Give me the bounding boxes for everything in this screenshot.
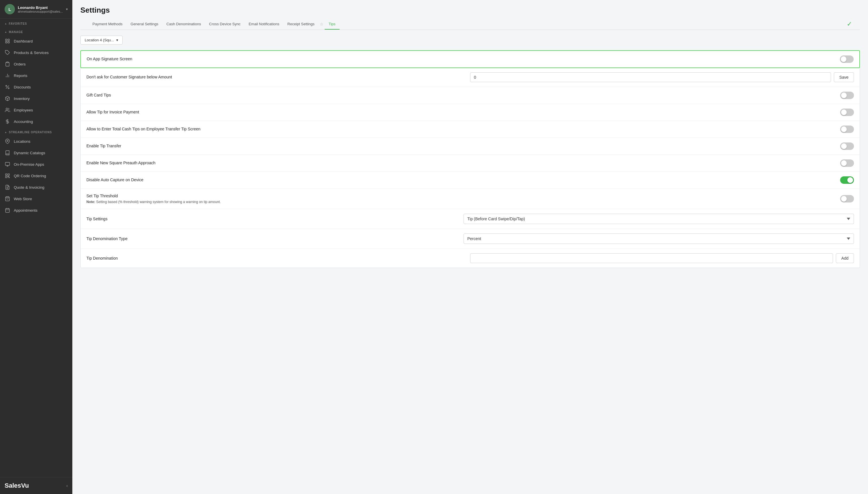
- sidebar-item-accounting[interactable]: Accounting: [0, 116, 72, 127]
- setting-label: Allow to Enter Total Cash Tips on Employ…: [86, 126, 840, 132]
- setting-signature-below-amount: Don't ask for Customer Signature below A…: [81, 68, 860, 87]
- setting-disable-auto-capture: Disable Auto Capture on Device: [81, 172, 860, 189]
- svg-rect-16: [5, 162, 10, 166]
- signature-amount-input[interactable]: [470, 72, 831, 82]
- file-text-icon: [5, 184, 10, 190]
- sidebar-item-inventory[interactable]: Inventory: [0, 93, 72, 104]
- sidebar-item-orders[interactable]: Orders: [0, 58, 72, 70]
- svg-line-9: [6, 86, 9, 89]
- sidebar-item-label: Products & Services: [14, 51, 49, 55]
- toggle-slider: [840, 109, 854, 116]
- tip-denomination-row: Add: [470, 253, 854, 263]
- sidebar-item-locations[interactable]: Locations: [0, 136, 72, 147]
- sidebar: L Leonardo Bryant ahmetsalesvusuppport@s…: [0, 0, 72, 494]
- qr-icon: [5, 173, 10, 179]
- star-icon[interactable]: ☆: [319, 19, 324, 29]
- sidebar-item-discounts[interactable]: Discounts: [0, 81, 72, 93]
- setting-tip-denomination: Tip Denomination Add: [81, 249, 860, 268]
- sidebar-item-qr-code-ordering[interactable]: QR Code Ordering: [0, 170, 72, 182]
- tip-denomination-input[interactable]: [470, 253, 833, 263]
- toggle-slider: [840, 55, 854, 63]
- avatar: L: [5, 4, 15, 14]
- sidebar-item-label: On-Premise Apps: [14, 162, 44, 167]
- tab-cash-denominations[interactable]: Cash Denominations: [162, 19, 205, 30]
- dollar-icon: [5, 119, 10, 125]
- svg-rect-21: [5, 176, 7, 178]
- setting-label: Disable Auto Capture on Device: [86, 177, 840, 183]
- set-tip-threshold-toggle[interactable]: [840, 195, 854, 203]
- tab-tips[interactable]: Tips: [324, 19, 339, 30]
- setting-tip-settings: Tip Settings Tip (Before Card Swipe/Dip/…: [81, 209, 860, 229]
- tip-settings-select[interactable]: Tip (Before Card Swipe/Dip/Tap) Tip (Aft…: [463, 214, 854, 224]
- svg-rect-19: [5, 174, 7, 175]
- toggle-slider: [840, 195, 854, 203]
- toggle-slider: [840, 92, 854, 99]
- sidebar-item-on-premise-apps[interactable]: On-Premise Apps: [0, 158, 72, 170]
- tab-general-settings[interactable]: General Settings: [126, 19, 162, 30]
- tab-email-notifications[interactable]: Email Notifications: [244, 19, 283, 30]
- tab-receipt-settings[interactable]: Receipt Settings: [283, 19, 319, 30]
- page-title: Settings: [80, 6, 860, 15]
- sidebar-item-appointments[interactable]: Appointments: [0, 205, 72, 216]
- sidebar-footer: SalesVu ‹: [0, 477, 72, 494]
- enable-tip-transfer-toggle[interactable]: [840, 142, 854, 150]
- disable-auto-capture-toggle[interactable]: [840, 176, 854, 184]
- setting-tip-denomination-type: Tip Denomination Type Percent Fixed Amou…: [81, 229, 860, 249]
- shopping-bag-icon: [5, 196, 10, 202]
- bar-chart-icon: [5, 73, 10, 78]
- sidebar-item-label: Appointments: [14, 208, 38, 212]
- sidebar-item-label: Dashboard: [14, 39, 33, 43]
- on-app-signature-toggle[interactable]: [840, 55, 854, 63]
- user-info: Leonardo Bryant ahmetsalesvusuppport@sal…: [18, 5, 63, 13]
- tip-denomination-type-select[interactable]: Percent Fixed Amount: [463, 233, 854, 244]
- save-signature-amount-button[interactable]: Save: [834, 72, 854, 82]
- setting-note: Note: Setting based (% threshold) warnin…: [86, 200, 840, 205]
- svg-rect-5: [6, 62, 8, 63]
- sidebar-item-label: Accounting: [14, 119, 33, 124]
- setting-label: Enable New Square Preauth Approach: [86, 160, 840, 166]
- sidebar-item-dynamic-catalogs[interactable]: Dynamic Catalogs: [0, 147, 72, 158]
- sidebar-item-dashboard[interactable]: Dashboard: [0, 35, 72, 47]
- setting-label: Tip Settings: [86, 216, 463, 222]
- sidebar-item-label: Reports: [14, 74, 27, 78]
- gift-card-tips-toggle[interactable]: [840, 92, 854, 99]
- allow-tip-invoice-toggle[interactable]: [840, 109, 854, 116]
- enable-square-preauth-toggle[interactable]: [840, 159, 854, 167]
- main-content: Settings Payment Methods General Setting…: [72, 0, 868, 494]
- box-icon: [5, 96, 10, 101]
- sidebar-item-products-services[interactable]: Products & Services: [0, 47, 72, 58]
- setting-label: Gift Card Tips: [86, 93, 840, 98]
- check-circle-icon: ✓: [847, 19, 852, 30]
- page-header: Settings Payment Methods General Setting…: [72, 0, 868, 30]
- sidebar-item-label: Employees: [14, 108, 33, 112]
- collapse-sidebar-button[interactable]: ‹: [66, 483, 68, 488]
- tab-payment-methods[interactable]: Payment Methods: [88, 19, 126, 30]
- setting-label: Don't ask for Customer Signature below A…: [86, 74, 470, 80]
- tab-cross-device-sync[interactable]: Cross Device Sync: [205, 19, 244, 30]
- sidebar-user-header[interactable]: L Leonardo Bryant ahmetsalesvusuppport@s…: [0, 0, 72, 19]
- setting-label: Allow Tip for Invoice Payment: [86, 110, 840, 115]
- sidebar-item-label: QR Code Ordering: [14, 174, 46, 178]
- sidebar-item-label: Dynamic Catalogs: [14, 151, 45, 155]
- clipboard-icon: [5, 61, 10, 67]
- sidebar-item-label: Web Store: [14, 197, 32, 201]
- add-tip-denomination-button[interactable]: Add: [836, 253, 854, 263]
- location-dropdown-button[interactable]: Location 4 (Squ... ▾: [80, 36, 122, 44]
- signature-amount-input-row: Save: [470, 72, 854, 82]
- percent-icon: [5, 84, 10, 90]
- sidebar-item-employees[interactable]: Employees: [0, 104, 72, 116]
- sidebar-item-label: Inventory: [14, 96, 30, 101]
- svg-rect-3: [8, 42, 9, 43]
- svg-rect-1: [8, 39, 9, 40]
- svg-point-15: [7, 140, 8, 141]
- sidebar-item-web-store[interactable]: Web Store: [0, 193, 72, 205]
- setting-gift-card-tips: Gift Card Tips: [81, 87, 860, 104]
- settings-panel: On App Signature Screen Don't ask for Cu…: [80, 50, 860, 268]
- sidebar-section-streamline: STREAMLINE OPERATIONS: [0, 127, 72, 136]
- sidebar-item-reports[interactable]: Reports: [0, 70, 72, 81]
- calendar-icon: [5, 207, 10, 213]
- sidebar-section-manage: MANAGE: [0, 27, 72, 35]
- chevron-down-icon: ▾: [116, 38, 118, 42]
- sidebar-item-quote-invoicing[interactable]: Quote & Invoicing: [0, 182, 72, 193]
- enter-cash-tips-toggle[interactable]: [840, 126, 854, 133]
